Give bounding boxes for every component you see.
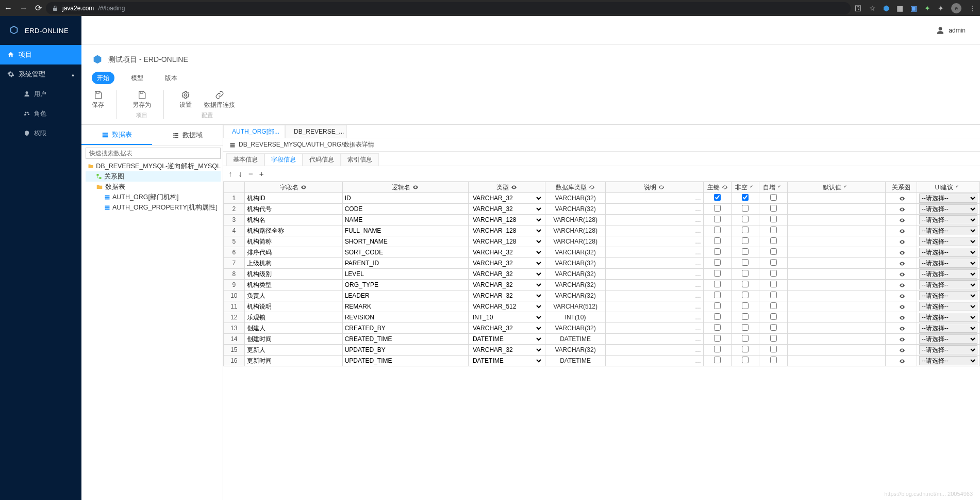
ui-cell[interactable]: --请选择-- — [917, 204, 979, 215]
rel-cell[interactable] — [885, 356, 917, 366]
eye-off-icon[interactable] — [777, 184, 784, 190]
autoinc-checkbox[interactable] — [770, 324, 777, 331]
ui-cell[interactable]: --请选择-- — [917, 312, 979, 323]
desc-cell[interactable]: … — [605, 291, 703, 301]
pk-checkbox[interactable] — [714, 205, 721, 212]
type-select[interactable]: VARCHAR_512 — [471, 301, 543, 312]
pk-checkbox[interactable] — [714, 216, 721, 222]
default-cell[interactable] — [787, 356, 885, 366]
type-select[interactable]: VARCHAR_128 — [471, 236, 543, 247]
logic-name-cell[interactable] — [342, 225, 468, 236]
field-name-cell[interactable] — [244, 258, 342, 269]
ui-cell[interactable]: --请选择-- — [917, 356, 979, 366]
ui-select[interactable]: --请选择-- — [919, 193, 977, 203]
ui-cell[interactable]: --请选择-- — [917, 323, 979, 334]
rel-cell[interactable] — [885, 280, 917, 291]
pk-checkbox[interactable] — [714, 292, 721, 298]
tree-node-table[interactable]: AUTH_ORG[部门机构] — [86, 192, 221, 202]
autoinc-checkbox[interactable] — [770, 281, 777, 287]
logic-name-cell[interactable] — [342, 247, 468, 258]
eye-icon[interactable] — [899, 217, 905, 223]
eye-icon[interactable] — [899, 358, 905, 364]
logic-name-cell[interactable] — [342, 334, 468, 345]
field-name-cell[interactable] — [244, 291, 342, 301]
default-cell[interactable] — [787, 258, 885, 269]
field-name-cell[interactable] — [244, 312, 342, 323]
db-connect-button[interactable]: 数据库连接 — [204, 90, 235, 109]
eye-icon[interactable] — [899, 304, 905, 310]
key-icon[interactable]: ⚿ — [855, 4, 862, 12]
eye-icon[interactable] — [899, 315, 905, 321]
notnull-checkbox[interactable] — [742, 259, 749, 266]
more-button[interactable]: … — [695, 357, 701, 364]
ext-icon-3[interactable]: ▣ — [910, 4, 917, 12]
more-button[interactable]: … — [695, 303, 701, 310]
ui-select[interactable]: --请选择-- — [919, 345, 977, 354]
field-name-cell[interactable] — [244, 193, 342, 204]
more-button[interactable]: … — [695, 270, 701, 278]
more-button[interactable]: … — [695, 281, 701, 288]
autoinc-checkbox[interactable] — [770, 357, 777, 363]
logic-name-cell[interactable] — [342, 345, 468, 356]
tab-version[interactable]: 版本 — [160, 72, 182, 84]
back-button[interactable]: ← — [4, 4, 12, 13]
type-cell[interactable]: VARCHAR_32 — [468, 269, 545, 280]
move-up-button[interactable]: ↑ — [228, 169, 232, 178]
logic-name-cell[interactable] — [342, 291, 468, 301]
ui-select[interactable]: --请选择-- — [919, 259, 977, 268]
type-select[interactable]: VARCHAR_32 — [471, 247, 543, 257]
sidebar-item-perms[interactable]: 权限 — [16, 123, 81, 143]
more-button[interactable]: … — [695, 249, 701, 256]
save-button[interactable]: 保存 — [92, 90, 104, 109]
pk-checkbox[interactable] — [714, 346, 721, 352]
more-button[interactable]: … — [695, 238, 701, 245]
ui-cell[interactable]: --请选择-- — [917, 334, 979, 345]
ui-cell[interactable]: --请选择-- — [917, 236, 979, 247]
eye-icon[interactable] — [899, 239, 905, 245]
eye-icon[interactable] — [899, 271, 905, 278]
field-name-cell[interactable] — [244, 280, 342, 291]
subtab-basic[interactable]: 基本信息 — [226, 153, 264, 166]
rel-cell[interactable] — [885, 215, 917, 225]
eye-icon[interactable] — [899, 282, 905, 288]
default-cell[interactable] — [787, 204, 885, 215]
field-name-cell[interactable] — [244, 204, 342, 215]
notnull-checkbox[interactable] — [742, 324, 749, 331]
url-bar[interactable]: java2e.com/#/loading — [46, 2, 851, 14]
eye-icon[interactable] — [899, 347, 905, 353]
field-name-cell[interactable] — [244, 225, 342, 236]
ui-cell[interactable]: --请选择-- — [917, 247, 979, 258]
notnull-checkbox[interactable] — [742, 216, 749, 222]
more-button[interactable]: … — [695, 205, 701, 213]
desc-cell[interactable]: … — [605, 225, 703, 236]
rel-cell[interactable] — [885, 258, 917, 269]
autoinc-checkbox[interactable] — [770, 346, 777, 352]
logic-name-cell[interactable] — [342, 280, 468, 291]
logic-name-cell[interactable] — [342, 215, 468, 225]
logic-name-cell[interactable] — [342, 258, 468, 269]
ext-icon-4[interactable]: ✦ — [924, 4, 931, 12]
reload-button[interactable]: ⟳ — [35, 3, 42, 13]
default-cell[interactable] — [787, 323, 885, 334]
desc-cell[interactable]: … — [605, 356, 703, 366]
doc-tab[interactable]: DB_REVERSE_... — [285, 125, 347, 138]
ui-select[interactable]: --请选择-- — [919, 215, 977, 224]
logic-name-cell[interactable] — [342, 204, 468, 215]
rel-cell[interactable] — [885, 193, 917, 204]
pk-checkbox[interactable] — [714, 248, 721, 255]
ui-cell[interactable]: --请选择-- — [917, 280, 979, 291]
default-cell[interactable] — [787, 291, 885, 301]
ui-cell[interactable]: --请选择-- — [917, 291, 979, 301]
profile-avatar[interactable]: e — [951, 3, 961, 13]
autoinc-checkbox[interactable] — [770, 335, 777, 342]
field-name-cell[interactable] — [244, 269, 342, 280]
menu-icon[interactable]: ⋮ — [969, 4, 976, 12]
eye-icon[interactable] — [511, 184, 517, 190]
pk-checkbox[interactable] — [714, 302, 721, 309]
autoinc-checkbox[interactable] — [770, 292, 777, 298]
add-row-button[interactable]: + — [259, 169, 264, 178]
autoinc-checkbox[interactable] — [770, 205, 777, 212]
ui-cell[interactable]: --请选择-- — [917, 225, 979, 236]
ui-cell[interactable]: --请选择-- — [917, 193, 979, 204]
tree-node-root[interactable]: DB_REVERSE_MYSQL-逆向解析_MYSQL — [86, 161, 221, 171]
